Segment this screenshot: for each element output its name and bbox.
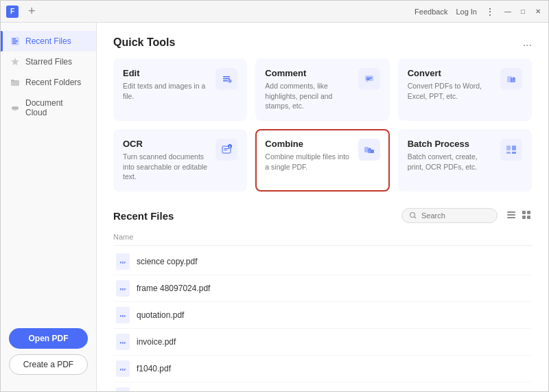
tool-card-convert-text: Convert Convert PDFs to Word, Excel, PPT…	[408, 68, 495, 101]
svg-text:PDF: PDF	[120, 288, 126, 291]
tool-ocr-title: OCR	[123, 139, 210, 149]
titlebar: F + Feedback Log In ⋮ — □ ✕	[1, 1, 548, 23]
tool-batch-desc: Batch convert, create, print, OCR PDFs, …	[408, 152, 495, 172]
quick-tools-header: Quick Tools ...	[113, 36, 532, 49]
tool-card-combine-text: Combine Combine multiple files into a si…	[265, 139, 352, 172]
list-view-button[interactable]	[506, 209, 517, 222]
svg-rect-24	[224, 148, 229, 149]
sidebar-label-document-cloud: Document Cloud	[25, 98, 86, 117]
tool-card-combine[interactable]: Combine Combine multiple files into a si…	[255, 129, 389, 192]
open-pdf-button[interactable]: Open PDF	[9, 328, 88, 349]
titlebar-left: F +	[6, 3, 40, 20]
new-tab-button[interactable]: +	[24, 3, 40, 20]
svg-rect-31	[371, 150, 374, 153]
minimize-button[interactable]: —	[503, 7, 513, 16]
svg-point-8	[14, 106, 19, 109]
batch-tool-icon	[500, 139, 522, 161]
app-window: F + Feedback Log In ⋮ — □ ✕	[0, 0, 549, 392]
file-item[interactable]: PDF science copy.pdf	[113, 249, 532, 275]
convert-tool-icon	[500, 68, 522, 90]
svg-text:PDF: PDF	[120, 314, 126, 318]
sidebar-item-recent-files[interactable]: Recent Files	[1, 31, 96, 51]
login-button[interactable]: Log In	[456, 8, 477, 16]
quick-tools-title: Quick Tools	[113, 36, 175, 49]
svg-rect-17	[366, 79, 370, 80]
file-item[interactable]: PDF f1040.pdf	[113, 356, 532, 382]
sidebar: Recent Files Starred Files Recent Folder…	[1, 23, 97, 391]
tool-convert-title: Convert	[408, 68, 495, 78]
file-item[interactable]: PDF quotation.pdf	[113, 302, 532, 329]
maximize-button[interactable]: □	[518, 7, 528, 16]
sidebar-item-document-cloud[interactable]: Document Cloud	[1, 93, 96, 123]
file-item[interactable]: PDF edit-copy.pdf	[113, 382, 532, 391]
pdf-icon: PDF	[116, 253, 130, 270]
files-column-header: Name	[113, 230, 532, 246]
svg-rect-33	[506, 146, 511, 150]
recent-folders-icon	[10, 78, 20, 87]
tool-card-batch-process[interactable]: Batch Process Batch convert, create, pri…	[398, 129, 532, 192]
svg-rect-43	[527, 211, 530, 214]
create-pdf-button[interactable]: Create a PDF	[9, 354, 88, 375]
tool-card-edit[interactable]: Edit Edit texts and images in a file.	[113, 58, 247, 121]
search-input[interactable]	[421, 211, 490, 220]
svg-line-38	[414, 217, 417, 219]
close-button[interactable]: ✕	[533, 7, 543, 16]
tool-edit-title: Edit	[123, 68, 210, 78]
recent-controls	[401, 208, 532, 223]
tool-comment-title: Comment	[265, 68, 352, 78]
file-name: invoice.pdf	[137, 337, 176, 347]
pdf-icon: PDF	[116, 360, 130, 377]
window-controls: — □ ✕	[503, 7, 543, 16]
titlebar-more-button[interactable]: ⋮	[485, 6, 495, 17]
sidebar-item-recent-folders[interactable]: Recent Folders	[1, 72, 96, 93]
svg-rect-39	[507, 211, 515, 213]
tool-card-comment[interactable]: Comment Add comments, like highlights, p…	[255, 58, 389, 121]
sidebar-label-recent-folders: Recent Folders	[25, 78, 81, 87]
svg-rect-25	[224, 150, 227, 150]
sidebar-bottom: Open PDF Create a PDF	[1, 320, 96, 383]
ocr-tool-icon: A	[215, 139, 237, 161]
recent-files-section: Recent Files	[113, 208, 532, 391]
svg-rect-42	[522, 211, 526, 214]
svg-rect-36	[512, 152, 516, 154]
starred-files-icon	[10, 57, 20, 67]
search-bar[interactable]	[401, 208, 498, 223]
sidebar-item-starred-files[interactable]: Starred Files	[1, 51, 96, 72]
sidebar-label-starred-files: Starred Files	[25, 57, 72, 67]
pdf-icon: PDF	[116, 307, 130, 323]
tool-card-comment-text: Comment Add comments, like highlights, p…	[265, 68, 352, 111]
svg-rect-3	[12, 43, 16, 44]
view-controls	[506, 209, 532, 222]
combine-tool-icon	[358, 139, 380, 161]
pdf-icon: PDF	[116, 387, 130, 391]
svg-marker-4	[11, 58, 19, 65]
files-list: Name PDF science copy.pdf	[113, 230, 532, 391]
tool-convert-desc: Convert PDFs to Word, Excel, PPT, etc.	[408, 81, 495, 101]
file-item[interactable]: PDF invoice.pdf	[113, 329, 532, 356]
svg-rect-1	[12, 38, 16, 40]
recent-files-title: Recent Files	[113, 210, 174, 222]
svg-rect-2	[12, 41, 18, 42]
tools-grid: Edit Edit texts and images in a file.	[113, 58, 532, 192]
tool-card-ocr[interactable]: OCR Turn scanned documents into searchab…	[113, 129, 247, 192]
quick-tools-more-button[interactable]: ...	[523, 36, 532, 49]
tool-batch-title: Batch Process	[408, 139, 495, 149]
document-cloud-icon	[10, 103, 20, 113]
file-item[interactable]: PDF frame 48097024.pdf	[113, 275, 532, 302]
svg-rect-40	[507, 214, 515, 216]
svg-point-37	[410, 213, 415, 218]
tool-card-ocr-text: OCR Turn scanned documents into searchab…	[123, 139, 210, 182]
svg-rect-16	[366, 78, 372, 78]
feedback-button[interactable]: Feedback	[414, 8, 447, 16]
pdf-icon: PDF	[116, 334, 130, 350]
svg-rect-11	[223, 78, 230, 80]
edit-tool-icon	[215, 68, 237, 90]
svg-rect-41	[507, 217, 515, 218]
file-name: science copy.pdf	[137, 257, 198, 266]
tool-card-convert[interactable]: Convert Convert PDFs to Word, Excel, PPT…	[398, 58, 532, 121]
tool-card-edit-text: Edit Edit texts and images in a file.	[123, 68, 210, 101]
recent-files-header: Recent Files	[113, 208, 532, 223]
tool-card-batch-text: Batch Process Batch convert, create, pri…	[408, 139, 495, 172]
grid-view-button[interactable]	[521, 209, 532, 222]
svg-rect-32	[504, 142, 519, 157]
